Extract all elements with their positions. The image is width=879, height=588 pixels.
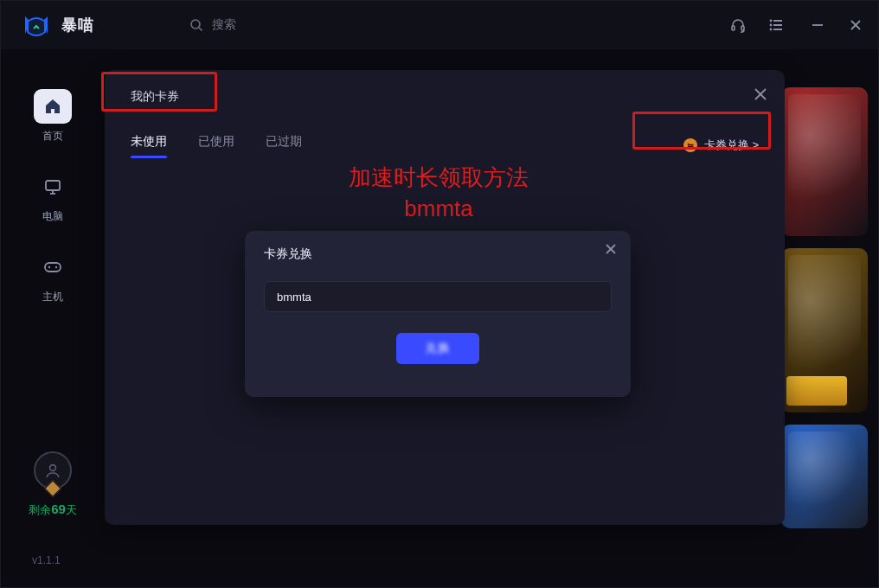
coin-icon: ≒ (683, 138, 697, 152)
close-button[interactable] (849, 18, 863, 32)
svg-rect-3 (741, 26, 744, 30)
svg-rect-5 (773, 20, 782, 22)
menu-list-icon[interactable] (767, 16, 785, 34)
redeem-link-label: 卡券兑换 > (704, 137, 759, 153)
sidebar: 首页 电脑 主机 剩余 (1, 49, 105, 587)
svg-point-18 (55, 266, 57, 268)
sidebar-item-label: 电脑 (42, 209, 63, 224)
app-logo (20, 9, 53, 42)
title-bar: 暴喵 搜索 (1, 1, 878, 49)
sidebar-item-pc[interactable]: 电脑 (33, 169, 73, 224)
panel-title: 我的卡券 (131, 89, 759, 105)
tab-expired[interactable]: 已过期 (266, 134, 302, 157)
remaining-days: 剩余69天 (29, 502, 77, 518)
tab-unused[interactable]: 未使用 (131, 134, 167, 157)
panel-close-button[interactable] (754, 87, 767, 105)
svg-rect-7 (773, 24, 782, 26)
svg-point-17 (48, 266, 50, 268)
sidebar-item-home[interactable]: 首页 (33, 89, 73, 144)
search-placeholder: 搜索 (212, 17, 236, 33)
modal-title: 卡券兑换 (264, 246, 612, 262)
redeem-submit-label: 兑换 (425, 341, 451, 356)
sidebar-item-label: 首页 (42, 129, 63, 144)
svg-rect-13 (46, 181, 60, 190)
headset-icon[interactable] (729, 16, 747, 34)
game-card[interactable]: M (781, 248, 868, 412)
svg-point-6 (770, 24, 773, 27)
sidebar-item-label: 主机 (42, 290, 63, 304)
top-icon-group (729, 16, 785, 34)
vip-badge-icon (44, 480, 61, 497)
game-card-strip: M (781, 87, 868, 528)
window-controls (811, 18, 863, 32)
svg-point-4 (770, 20, 773, 22)
redeem-coupon-link[interactable]: ≒ 卡券兑换 > (683, 137, 759, 153)
modal-close-button[interactable] (605, 243, 617, 259)
redeem-submit-button[interactable]: 兑换 (396, 333, 479, 364)
svg-rect-16 (45, 263, 61, 272)
svg-rect-9 (773, 29, 782, 30)
search-icon (189, 18, 203, 32)
game-card[interactable] (781, 87, 868, 236)
tab-used[interactable]: 已使用 (198, 134, 234, 157)
search-box[interactable]: 搜索 (189, 17, 236, 33)
app-title: 暴喵 (61, 15, 94, 35)
svg-point-8 (770, 29, 773, 31)
minimize-button[interactable] (811, 18, 824, 32)
sidebar-account: 剩余69天 (29, 451, 77, 518)
redeem-code-input[interactable] (264, 281, 612, 312)
version-label: v1.1.1 (32, 554, 61, 566)
redeem-modal: 卡券兑换 兑换 (245, 231, 631, 397)
avatar[interactable] (34, 451, 72, 489)
game-card[interactable] (781, 425, 868, 529)
svg-point-19 (50, 465, 56, 471)
panel-tabs: 未使用 已使用 已过期 ≒ 卡券兑换 > (131, 134, 759, 157)
svg-rect-2 (732, 26, 735, 30)
sidebar-item-console[interactable]: 主机 (33, 250, 73, 304)
svg-point-0 (191, 20, 200, 29)
svg-line-1 (199, 28, 202, 31)
